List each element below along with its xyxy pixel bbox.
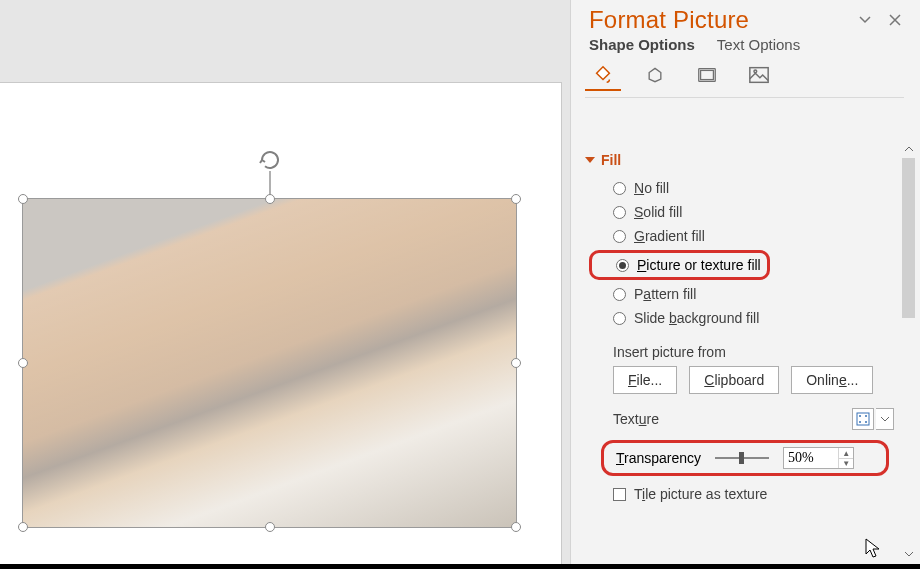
tab-text-options[interactable]: Text Options — [717, 36, 800, 53]
spinner-down[interactable]: ▼ — [839, 458, 853, 468]
radio-label: Gradient fill — [634, 228, 705, 244]
divider — [585, 97, 904, 98]
radio-label: Picture or texture fill — [637, 257, 761, 273]
resize-handle[interactable] — [265, 194, 275, 204]
radio-icon — [613, 182, 626, 195]
collapse-icon — [585, 157, 595, 163]
radio-label: Slide background fill — [634, 310, 759, 326]
format-picture-pane: Format Picture Shape Options Text Option… — [570, 0, 920, 569]
resize-handle[interactable] — [18, 358, 28, 368]
scroll-thumb[interactable] — [902, 158, 915, 318]
radio-label: No fill — [634, 180, 669, 196]
no-fill-radio[interactable]: No fill — [585, 176, 894, 200]
transparency-input[interactable] — [784, 448, 838, 468]
resize-handle[interactable] — [18, 194, 28, 204]
bottom-border — [0, 564, 920, 569]
radio-icon — [613, 288, 626, 301]
resize-handle[interactable] — [265, 522, 275, 532]
close-icon[interactable] — [884, 9, 906, 31]
tile-texture-checkbox[interactable]: Tile picture as texture — [585, 476, 894, 502]
radio-label: Solid fill — [634, 204, 682, 220]
svg-rect-0 — [701, 70, 714, 79]
insert-online-button[interactable]: Online... — [791, 366, 873, 394]
rotate-handle[interactable] — [258, 148, 282, 172]
pattern-fill-radio[interactable]: Pattern fill — [585, 282, 894, 306]
effects-icon[interactable] — [637, 61, 673, 91]
checkbox-label: Tile picture as texture — [634, 486, 767, 502]
transparency-spinner[interactable]: ▲ ▼ — [783, 447, 854, 469]
svg-point-6 — [859, 421, 861, 423]
properties-scroll-area: Fill No fill Solid fill Gradient fill Pi… — [571, 140, 898, 569]
scroll-up-button[interactable] — [900, 140, 917, 157]
radio-icon — [613, 312, 626, 325]
svg-point-4 — [859, 415, 861, 417]
radio-label: Pattern fill — [634, 286, 696, 302]
texture-dropdown[interactable] — [876, 408, 894, 430]
transparency-label: Transparency — [616, 450, 701, 466]
radio-icon — [613, 230, 626, 243]
radio-icon — [613, 206, 626, 219]
insert-clipboard-button[interactable]: Clipboard — [689, 366, 779, 394]
svg-point-2 — [754, 70, 757, 73]
size-properties-icon[interactable] — [689, 61, 725, 91]
insert-from-label: Insert picture from — [585, 330, 894, 366]
vertical-scrollbar[interactable] — [900, 140, 917, 563]
picture-fill-radio[interactable]: Picture or texture fill — [589, 250, 770, 280]
texture-label: Texture — [613, 411, 659, 427]
texture-picker[interactable] — [852, 408, 874, 430]
transparency-control: Transparency ▲ ▼ — [601, 440, 889, 476]
resize-handle[interactable] — [511, 522, 521, 532]
resize-handle[interactable] — [511, 358, 521, 368]
fill-and-line-icon[interactable] — [585, 61, 621, 91]
tab-shape-options[interactable]: Shape Options — [589, 36, 695, 53]
insert-file-button[interactable]: File... — [613, 366, 677, 394]
fill-section-header[interactable]: Fill — [585, 152, 894, 176]
slide-canvas[interactable] — [0, 82, 562, 569]
picture-placeholder[interactable] — [22, 198, 517, 528]
spinner-up[interactable]: ▲ — [839, 448, 853, 458]
checkbox-icon — [613, 488, 626, 501]
resize-handle[interactable] — [511, 194, 521, 204]
radio-icon — [616, 259, 629, 272]
svg-point-7 — [865, 421, 867, 423]
slide-bg-fill-radio[interactable]: Slide background fill — [585, 306, 894, 330]
picture-icon[interactable] — [741, 61, 777, 91]
svg-point-5 — [865, 415, 867, 417]
svg-rect-3 — [857, 413, 869, 425]
solid-fill-radio[interactable]: Solid fill — [585, 200, 894, 224]
pane-options-dropdown[interactable] — [854, 9, 876, 31]
pane-title: Format Picture — [589, 6, 846, 34]
transparency-slider[interactable] — [715, 451, 769, 465]
section-label: Fill — [601, 152, 621, 168]
scroll-down-button[interactable] — [900, 546, 917, 563]
gradient-fill-radio[interactable]: Gradient fill — [585, 224, 894, 248]
resize-handle[interactable] — [18, 522, 28, 532]
